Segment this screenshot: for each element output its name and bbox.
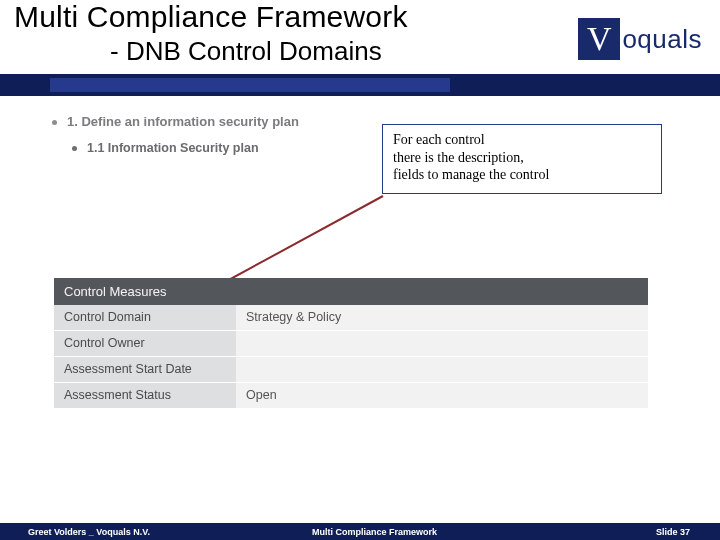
- table-row: Control Domain Strategy & Policy: [54, 305, 648, 331]
- row-label: Assessment Start Date: [54, 357, 236, 382]
- row-label: Assessment Status: [54, 383, 236, 408]
- bullet-icon: [72, 146, 77, 151]
- page-subtitle: - DNB Control Domains: [110, 36, 382, 67]
- logo-mark: V: [587, 22, 612, 56]
- table-row: Control Owner: [54, 331, 648, 357]
- bullet-list: 1. Define an information security plan 1…: [52, 114, 299, 155]
- row-value: Open: [236, 383, 648, 408]
- control-measures-table: Control Measures Control Domain Strategy…: [54, 278, 648, 409]
- row-value: [236, 331, 648, 356]
- bullet-text: 1.1 Information Security plan: [87, 141, 259, 155]
- row-label: Control Owner: [54, 331, 236, 356]
- callout-box: For each control there is the descriptio…: [382, 124, 662, 194]
- footer-slide-prefix: Slide: [656, 527, 680, 537]
- brand-logo: V oquals: [578, 18, 702, 60]
- bullet-icon: [52, 120, 57, 125]
- list-item: 1.1 Information Security plan: [72, 141, 299, 155]
- footer-author: Greet Volders _ Voquals N.V.: [28, 527, 150, 537]
- bullet-text: 1. Define an information security plan: [67, 114, 299, 129]
- table-row: Assessment Status Open: [54, 383, 648, 409]
- row-value: Strategy & Policy: [236, 305, 648, 330]
- table-row: Assessment Start Date: [54, 357, 648, 383]
- list-item: 1. Define an information security plan: [52, 114, 299, 129]
- svg-line-0: [214, 196, 383, 288]
- footer-slide-num: 37: [680, 527, 690, 537]
- footer-slide-number: Slide 37: [656, 527, 690, 537]
- row-value: [236, 357, 648, 382]
- footer: Greet Volders _ Voquals N.V. Multi Compl…: [0, 523, 720, 540]
- logo-text: oquals: [622, 24, 702, 55]
- table-header: Control Measures: [54, 278, 648, 305]
- footer-title: Multi Compliance Framework: [312, 527, 437, 537]
- callout-pointer-icon: [208, 192, 388, 292]
- header-band-inner: [50, 78, 450, 92]
- row-label: Control Domain: [54, 305, 236, 330]
- page-title: Multi Compliance Framework: [14, 0, 408, 34]
